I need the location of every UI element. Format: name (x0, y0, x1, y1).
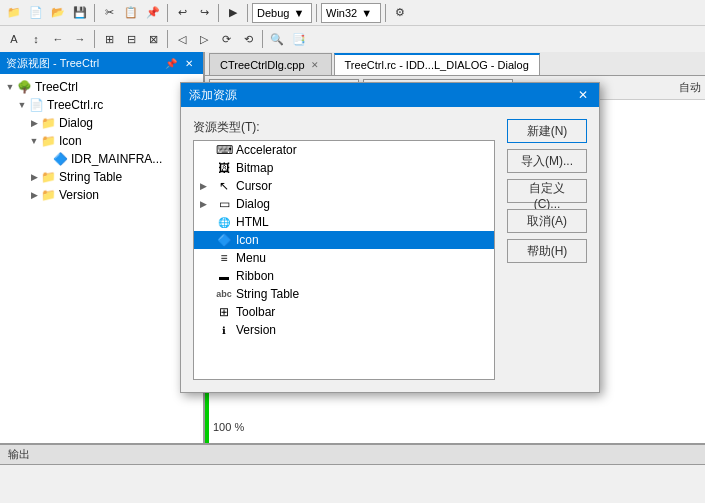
sep9 (262, 30, 263, 48)
new-btn[interactable]: 📄 (26, 3, 46, 23)
sep5 (316, 4, 317, 22)
save-btn[interactable]: 💾 (70, 3, 90, 23)
cut-btn[interactable]: ✂ (99, 3, 119, 23)
ico-label: Icon (236, 233, 259, 247)
acc-icon: ⌨ (216, 143, 232, 157)
sep7 (94, 30, 95, 48)
ico-icon: 🔷 (216, 233, 232, 247)
help-btn[interactable]: 帮助(H) (507, 239, 587, 263)
res-version[interactable]: ℹ Version (194, 321, 494, 339)
sep6 (385, 4, 386, 22)
dlg-arrow: ▶ (200, 199, 212, 209)
dialog-overlay: 添加资源 ✕ 资源类型(T): ⌨ Accelerator 🖼 (0, 52, 705, 443)
tb2-btn11[interactable]: ⟲ (238, 29, 258, 49)
dialog-title: 添加资源 (189, 87, 237, 104)
custom-btn[interactable]: 自定义(C)... (507, 179, 587, 203)
bmp-label: Bitmap (236, 161, 273, 175)
tb2-btn3[interactable]: ← (48, 29, 68, 49)
dialog-body: 资源类型(T): ⌨ Accelerator 🖼 Bitmap (181, 107, 599, 392)
bmp-icon: 🖼 (216, 161, 232, 175)
dialog-titlebar: 添加资源 ✕ (181, 83, 599, 107)
win32-dropdown[interactable]: Win32 ▼ (321, 3, 381, 23)
paste-btn[interactable]: 📌 (143, 3, 163, 23)
dlg-label: Dialog (236, 197, 270, 211)
extra-btn[interactable]: ⚙ (390, 3, 410, 23)
res-dialog[interactable]: ▶ ▭ Dialog (194, 195, 494, 213)
sep1 (94, 4, 95, 22)
tb2-btn2[interactable]: ↕ (26, 29, 46, 49)
new-resource-btn[interactable]: 新建(N) (507, 119, 587, 143)
st-list-icon: abc (216, 287, 232, 301)
sep4 (247, 4, 248, 22)
sep8 (167, 30, 168, 48)
acc-label: Accelerator (236, 143, 297, 157)
tb2-btn12[interactable]: 🔍 (267, 29, 287, 49)
ribbon-icon: ▬ (216, 269, 232, 283)
res-menu[interactable]: ≡ Menu (194, 249, 494, 267)
tb2-btn4[interactable]: → (70, 29, 90, 49)
resource-list[interactable]: ⌨ Accelerator 🖼 Bitmap ▶ ↖ Cursor (193, 140, 495, 380)
dlg-icon: ▭ (216, 197, 232, 211)
tb2-btn5[interactable]: ⊞ (99, 29, 119, 49)
res-html[interactable]: 🌐 HTML (194, 213, 494, 231)
cur-label: Cursor (236, 179, 272, 193)
cur-icon: ↖ (216, 179, 232, 193)
html-icon: 🌐 (216, 215, 232, 229)
import-btn[interactable]: 导入(M)... (507, 149, 587, 173)
res-cursor[interactable]: ▶ ↖ Cursor (194, 177, 494, 195)
tb2-btn9[interactable]: ▷ (194, 29, 214, 49)
cancel-btn[interactable]: 取消(A) (507, 209, 587, 233)
dialog-left: 资源类型(T): ⌨ Accelerator 🖼 Bitmap (193, 119, 495, 380)
res-toolbar[interactable]: ⊞ Toolbar (194, 303, 494, 321)
ver-list-icon: ℹ (216, 323, 232, 337)
res-icon[interactable]: 🔷 Icon (194, 231, 494, 249)
res-ribbon[interactable]: ▬ Ribbon (194, 267, 494, 285)
html-label: HTML (236, 215, 269, 229)
tb2-btn8[interactable]: ◁ (172, 29, 192, 49)
sep2 (167, 4, 168, 22)
menu-icon: ≡ (216, 251, 232, 265)
tb2-btn7[interactable]: ⊠ (143, 29, 163, 49)
tb-list-label: Toolbar (236, 305, 275, 319)
sep3 (218, 4, 219, 22)
toolbar-row2: A ↕ ← → ⊞ ⊟ ⊠ ◁ ▷ ⟳ ⟲ 🔍 📑 (0, 26, 705, 52)
st-list-label: String Table (236, 287, 299, 301)
res-bitmap[interactable]: 🖼 Bitmap (194, 159, 494, 177)
dialog-close-btn[interactable]: ✕ (575, 87, 591, 103)
redo-btn[interactable]: ↪ (194, 3, 214, 23)
dialog-right: 新建(N) 导入(M)... 自定义(C)... 取消(A) 帮助(H) (507, 119, 587, 380)
ribbon-label: Ribbon (236, 269, 274, 283)
menu-file-btn[interactable]: 📁 (4, 3, 24, 23)
res-accelerator[interactable]: ⌨ Accelerator (194, 141, 494, 159)
tb2-btn6[interactable]: ⊟ (121, 29, 141, 49)
debug-dropdown[interactable]: Debug ▼ (252, 3, 312, 23)
build-btn[interactable]: ▶ (223, 3, 243, 23)
undo-btn[interactable]: ↩ (172, 3, 192, 23)
tb2-btn1[interactable]: A (4, 29, 24, 49)
tb2-btn13[interactable]: 📑 (289, 29, 309, 49)
copy-btn[interactable]: 📋 (121, 3, 141, 23)
tb-list-icon: ⊞ (216, 305, 232, 319)
bottom-panel: 输出 (0, 443, 705, 503)
open-btn[interactable]: 📂 (48, 3, 68, 23)
bottom-panel-title: 输出 (0, 445, 705, 465)
tb2-btn10[interactable]: ⟳ (216, 29, 236, 49)
cur-arrow: ▶ (200, 181, 212, 191)
res-string-table[interactable]: abc String Table (194, 285, 494, 303)
ver-list-label: Version (236, 323, 276, 337)
menu-label: Menu (236, 251, 266, 265)
toolbar-row1: 📁 📄 📂 💾 ✂ 📋 📌 ↩ ↪ ▶ Debug ▼ Win32 ▼ ⚙ (0, 0, 705, 26)
toolbar-area: 📁 📄 📂 💾 ✂ 📋 📌 ↩ ↪ ▶ Debug ▼ Win32 ▼ ⚙ A … (0, 0, 705, 52)
resource-type-label: 资源类型(T): (193, 119, 495, 136)
add-resource-dialog: 添加资源 ✕ 资源类型(T): ⌨ Accelerator 🖼 (180, 82, 600, 393)
